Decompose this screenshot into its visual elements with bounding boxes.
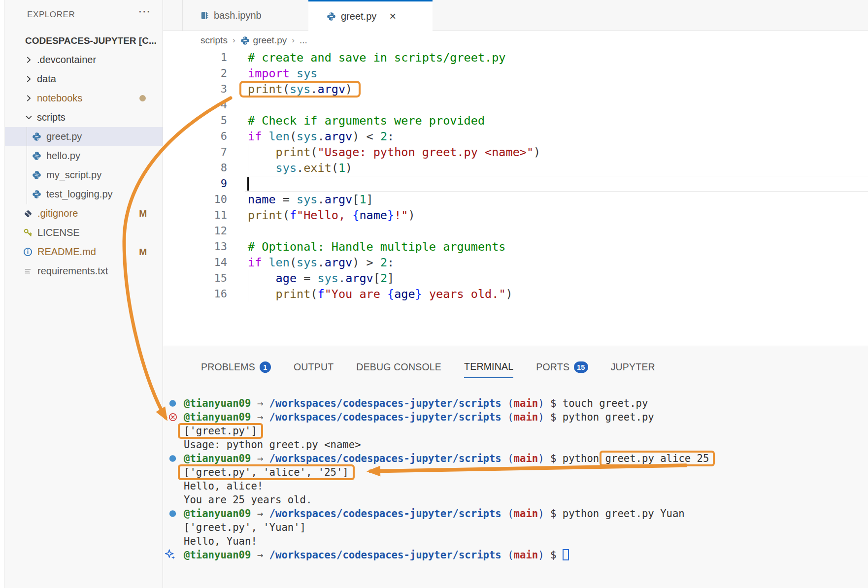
line-number: 11	[163, 207, 227, 223]
sidebar-item-test-logging-py[interactable]: test_logging.py	[5, 185, 163, 204]
sidebar-item-label: requirements.txt	[37, 265, 108, 277]
annotation-box-argv-1: ['greet.py']	[184, 425, 257, 437]
bottom-panel: PROBLEMS1OUTPUTDEBUG CONSOLETERMINALPORT…	[163, 346, 868, 588]
more-actions-icon[interactable]: ⋯	[138, 4, 151, 19]
code-line[interactable]: 8 sys.exit(1)	[163, 160, 868, 176]
code-text: if len(sys.argv) < 2:	[248, 129, 394, 144]
terminal-line: @tianyuan09 → /workspaces/codespaces-jup…	[163, 507, 868, 521]
code-text: age = sys.argv[2]	[248, 270, 394, 286]
code-editor[interactable]: 1# create and save in scripts/greet.py2i…	[163, 50, 868, 302]
code-text: print(f"Hello, {name}!")	[248, 207, 415, 223]
breadcrumb-label: scripts	[200, 35, 228, 46]
code-line[interactable]: 5# Check if arguments were provided	[163, 113, 868, 129]
sidebar-item-label: my_script.py	[46, 169, 101, 181]
tree-indent-guide	[27, 127, 27, 204]
code-line[interactable]: 1# create and save in scripts/greet.py	[163, 50, 868, 65]
code-text: # Optional: Handle multiple arguments	[248, 239, 505, 255]
editor-tab-bar: bash.ipynbgreet.py×	[163, 0, 868, 31]
sidebar-item-notebooks[interactable]: notebooks	[5, 89, 163, 108]
terminal-text: Hello, alice!	[184, 480, 263, 492]
panel-tab-debug-console[interactable]: DEBUG CONSOLE	[356, 361, 441, 378]
circle-decoration-icon	[168, 510, 177, 518]
code-line[interactable]: 2import sys	[163, 65, 868, 81]
chevron-right-icon	[24, 75, 33, 83]
sidebar-item-devcontainer[interactable]: .devcontainer	[5, 50, 163, 69]
circle-decoration-icon	[168, 399, 177, 408]
tab-greet-py[interactable]: greet.py×	[308, 0, 433, 31]
terminal-text: @tianyuan09 → /workspaces/codespaces-jup…	[184, 397, 648, 409]
info-icon	[23, 247, 33, 257]
panel-tab-output[interactable]: OUTPUT	[294, 361, 334, 378]
sidebar-item-data[interactable]: data	[5, 69, 163, 89]
sidebar-item-label: .devcontainer	[37, 54, 96, 65]
chevron-down-icon	[24, 113, 33, 122]
python-icon	[32, 170, 42, 180]
sidebar-item-label: .gitignore	[37, 208, 78, 219]
annotation-box-print-argv: print(sys.argv)	[248, 82, 352, 96]
code-line[interactable]: 13# Optional: Handle multiple arguments	[163, 239, 868, 255]
terminal-line: You are 25 years old.	[163, 493, 868, 507]
explorer-sidebar: EXPLORER ⋯ CODESPACES-JUPYTER [C... .dev…	[0, 0, 163, 588]
terminal-text: @tianyuan09 → /workspaces/codespaces-jup…	[184, 411, 654, 423]
sidebar-item-hello-py[interactable]: hello.py	[5, 146, 163, 165]
line-number: 4	[163, 97, 227, 113]
panel-tab-label: OUTPUT	[294, 361, 334, 373]
code-text: # Check if arguments were provided	[248, 113, 485, 129]
panel-tab-label: DEBUG CONSOLE	[356, 361, 441, 373]
sidebar-item-root[interactable]: CODESPACES-JUPYTER [C...	[5, 31, 163, 50]
tab-bash-ipynb[interactable]: bash.ipynb	[182, 0, 309, 31]
panel-tab-badge: 15	[574, 361, 588, 373]
line-number: 16	[163, 286, 227, 302]
code-line[interactable]: 9	[163, 176, 868, 192]
error-decoration-icon	[168, 413, 177, 422]
terminal-line: Usage: python greet.py <name>	[163, 438, 868, 452]
panel-tab-ports[interactable]: PORTS15	[536, 361, 588, 378]
line-number: 6	[163, 129, 227, 144]
sidebar-item-label: test_logging.py	[46, 189, 113, 200]
sidebar-item-license[interactable]: LICENSE	[5, 223, 163, 242]
code-line[interactable]: 12	[163, 223, 868, 239]
terminal-line: ['greet.py', 'Yuan']	[163, 521, 868, 534]
sidebar-item-gitignore[interactable]: .gitignoreM	[5, 204, 163, 223]
code-line[interactable]: 7 print("Usage: python greet.py <name>")	[163, 144, 868, 160]
code-line[interactable]: 6if len(sys.argv) < 2:	[163, 129, 868, 144]
terminal-text: @tianyuan09 → /workspaces/codespaces-jup…	[184, 508, 685, 520]
sidebar-item-label: greet.py	[46, 131, 82, 142]
code-line[interactable]: 10name = sys.argv[1]	[163, 192, 868, 207]
panel-tab-problems[interactable]: PROBLEMS1	[201, 361, 271, 378]
sidebar-item-scripts[interactable]: scripts	[5, 108, 163, 127]
terminal-text: You are 25 years old.	[184, 494, 312, 506]
sidebar-item-my-script-py[interactable]: my_script.py	[5, 165, 163, 185]
breadcrumb-item[interactable]: ...	[300, 35, 307, 46]
line-number: 1	[163, 50, 227, 65]
code-text: print("Usage: python greet.py <name>")	[248, 144, 540, 160]
sidebar-item-requirements-txt[interactable]: requirements.txt	[5, 261, 163, 281]
panel-tab-jupyter[interactable]: JUPYTER	[611, 361, 655, 378]
code-line[interactable]: 16 print(f"You are {age} years old.")	[163, 286, 868, 302]
editor-area: bash.ipynbgreet.py× scripts›greet.py›...…	[163, 0, 868, 346]
line-number: 15	[163, 270, 227, 286]
breadcrumb-item[interactable]: scripts	[200, 35, 228, 46]
terminal[interactable]: @tianyuan09 → /workspaces/codespaces-jup…	[163, 396, 868, 562]
code-line[interactable]: 4	[163, 97, 868, 113]
terminal-text: @tianyuan09 → /workspaces/codespaces-jup…	[184, 549, 569, 561]
code-text: import sys	[248, 65, 318, 81]
modified-badge: M	[139, 247, 147, 258]
code-line[interactable]: 3print(sys.argv)	[163, 81, 868, 97]
sidebar-item-greet-py[interactable]: greet.py	[5, 127, 163, 146]
breadcrumb-label: ...	[300, 35, 307, 46]
sidebar-item-readme-md[interactable]: README.mdM	[5, 242, 163, 261]
sidebar-item-label: notebooks	[37, 93, 82, 104]
code-line[interactable]: 11print(f"Hello, {name}!")	[163, 207, 868, 223]
python-icon	[240, 36, 250, 45]
close-icon[interactable]: ×	[389, 10, 396, 22]
panel-tab-terminal[interactable]: TERMINAL	[464, 361, 513, 378]
code-line[interactable]: 15 age = sys.argv[2]	[163, 270, 868, 286]
breadcrumb-item[interactable]: greet.py	[240, 35, 287, 46]
code-line[interactable]: 14if len(sys.argv) > 2:	[163, 255, 868, 270]
annotation-box-argv-2: ['greet.py', 'alice', '25']	[184, 466, 349, 478]
sidebar-item-label: LICENSE	[37, 227, 80, 238]
tab-label: bash.ipynb	[214, 10, 262, 21]
activity-bar-strip	[0, 0, 5, 588]
panel-tab-label: JUPYTER	[611, 361, 655, 373]
